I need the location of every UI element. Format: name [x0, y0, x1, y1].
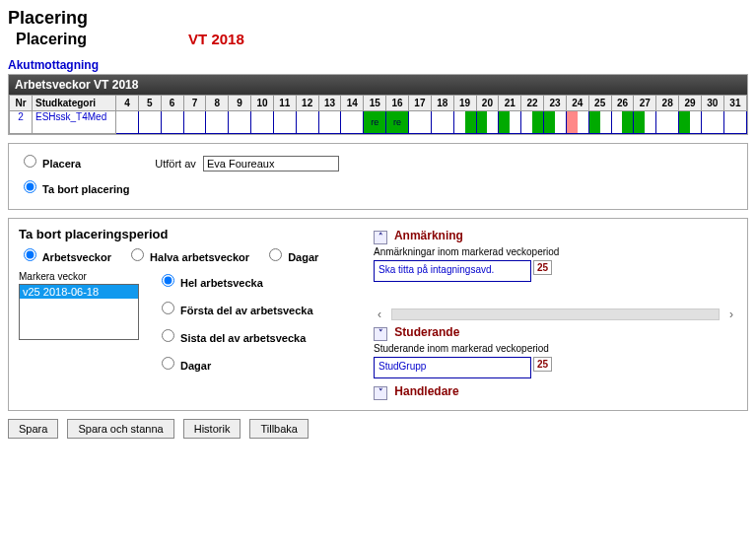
week-cell[interactable] [318, 111, 341, 134]
weeks-col-header: 15 [364, 96, 386, 111]
scope-halva-radio[interactable] [131, 248, 144, 261]
weeks-col-header: 24 [566, 96, 588, 111]
weeks-col-header: 12 [296, 96, 318, 111]
scroll-right-icon[interactable]: › [725, 308, 737, 321]
save-button[interactable]: Spara [8, 419, 58, 439]
mode-tabort[interactable]: Ta bort placering [19, 183, 129, 195]
handledare-header[interactable]: ˅ Handledare [374, 384, 737, 400]
week-cell[interactable] [229, 111, 251, 134]
week-cell[interactable] [588, 111, 611, 134]
week-cell[interactable] [634, 111, 656, 134]
weeks-col-header: 22 [521, 96, 544, 111]
weeks-col-header: 21 [499, 96, 521, 111]
week-cell[interactable] [161, 111, 183, 134]
save-stay-button[interactable]: Spara och stanna [67, 419, 173, 439]
row-category[interactable]: ESHssk_T4Med [33, 111, 116, 134]
scope-arbetsveckor[interactable]: Arbetsveckor [19, 251, 114, 263]
weeks-col-header: 18 [431, 96, 453, 111]
weeks-col-header: 28 [656, 96, 679, 111]
weeks-col-header: Studkategori [33, 96, 116, 111]
remove-title: Ta bort placeringsperiod [19, 227, 374, 241]
weeks-col-header: 29 [679, 96, 702, 111]
scope-dagar-radio[interactable] [269, 248, 282, 261]
part-sista[interactable]: Sista del av arbetsvecka [157, 332, 306, 344]
studerande-week: 25 [533, 357, 552, 372]
history-button[interactable]: Historik [183, 419, 241, 439]
week-cell[interactable] [206, 111, 229, 134]
weeks-col-header: 6 [161, 96, 183, 111]
weeks-col-header: 17 [408, 96, 431, 111]
weeks-col-header: 23 [544, 96, 567, 111]
week-cell[interactable] [679, 111, 702, 134]
weeks-col-header: 31 [723, 96, 746, 111]
weeks-col-header: 20 [476, 96, 499, 111]
weeks-col-header: 27 [634, 96, 656, 111]
weeks-col-header: 26 [611, 96, 634, 111]
scroll-left-icon[interactable]: ‹ [374, 308, 385, 321]
studerande-header[interactable]: ˅ Studerande [374, 325, 737, 341]
chevron-down-icon: ˅ [374, 386, 387, 400]
week-cell[interactable]: re [386, 111, 409, 134]
week-cell[interactable] [116, 111, 139, 134]
list-item[interactable]: v25 2018-06-18 [20, 285, 138, 299]
weeks-listbox[interactable]: v25 2018-06-18 [19, 284, 139, 340]
weeks-table: NrStudkategori45678910111213141516171819… [9, 95, 747, 134]
weeks-col-header: 14 [341, 96, 364, 111]
back-button[interactable]: Tillbaka [249, 419, 309, 439]
week-cell[interactable] [656, 111, 679, 134]
chevron-down-icon: ˅ [374, 327, 387, 341]
scope-halva[interactable]: Halva arbetsveckor [126, 251, 252, 263]
week-cell[interactable] [611, 111, 634, 134]
week-cell[interactable] [273, 111, 296, 134]
term-label: VT 2018 [188, 31, 244, 47]
week-cell[interactable] [183, 111, 206, 134]
week-cell[interactable] [296, 111, 318, 134]
weeks-col-header: 19 [453, 96, 476, 111]
part-hel[interactable]: Hel arbetsvecka [157, 277, 263, 289]
unit-link[interactable]: Akutmottagning [8, 58, 748, 72]
week-cell[interactable] [408, 111, 431, 134]
week-cell[interactable] [476, 111, 499, 134]
weeks-col-header: 30 [701, 96, 723, 111]
week-cell[interactable] [453, 111, 476, 134]
weeks-col-header: Nr [10, 96, 33, 111]
weeks-col-header: 11 [273, 96, 296, 111]
weeks-col-header: 9 [229, 96, 251, 111]
anmarkning-label: Anmärkningar inom markerad veckoperiod [374, 246, 737, 257]
mode-placera-label: Placera [42, 158, 81, 170]
horizontal-scroll[interactable]: ‹ › [374, 308, 737, 321]
mode-placera[interactable]: Placera [19, 158, 84, 170]
weeks-panel: Arbetsveckor VT 2018 NrStudkategori45678… [8, 74, 748, 135]
row-nr[interactable]: 2 [10, 111, 33, 134]
utfort-input[interactable] [203, 156, 339, 171]
week-cell[interactable]: re [364, 111, 386, 134]
week-cell[interactable] [521, 111, 544, 134]
week-cell[interactable] [544, 111, 567, 134]
chevron-up-icon: ˄ [374, 231, 387, 244]
studerande-text[interactable]: StudGrupp [374, 357, 531, 378]
utfort-label: Utfört av [155, 158, 196, 170]
part-dagar[interactable]: Dagar [157, 360, 211, 372]
page-title: Placering [8, 8, 748, 29]
mode-tabort-radio[interactable] [24, 180, 36, 193]
week-cell[interactable] [138, 111, 161, 134]
part-forsta[interactable]: Första del av arbetsvecka [157, 305, 313, 316]
scroll-track[interactable] [391, 308, 720, 320]
week-cell[interactable] [701, 111, 723, 134]
anmarkning-header[interactable]: ˄ Anmärkning [374, 229, 737, 244]
page-subtitle: Placering [16, 31, 87, 48]
weeks-panel-header: Arbetsveckor VT 2018 [9, 75, 747, 95]
mode-placera-radio[interactable] [24, 155, 36, 168]
week-cell[interactable] [341, 111, 364, 134]
details-panel: Ta bort placeringsperiod Arbetsveckor Ha… [8, 218, 748, 411]
week-cell[interactable] [251, 111, 274, 134]
week-cell[interactable] [723, 111, 746, 134]
week-cell[interactable] [566, 111, 588, 134]
scope-dagar[interactable]: Dagar [264, 251, 318, 263]
week-cell[interactable] [499, 111, 521, 134]
markera-label: Markera veckor [19, 271, 139, 282]
scope-arbetsveckor-radio[interactable] [24, 248, 36, 261]
anmarkning-week: 25 [533, 260, 552, 275]
anmarkning-text[interactable]: Ska titta på intagningsavd. [374, 260, 531, 282]
week-cell[interactable] [431, 111, 453, 134]
